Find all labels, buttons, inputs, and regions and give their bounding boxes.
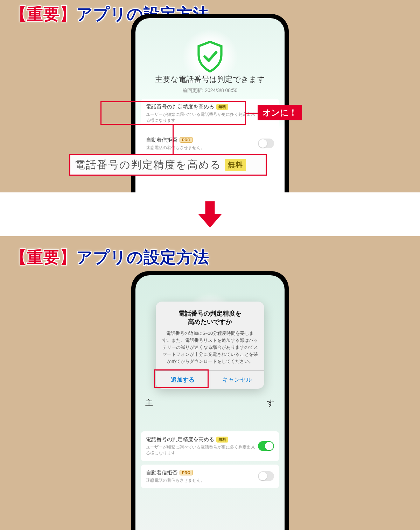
- heading-tag: 【重要】: [10, 248, 76, 266]
- callout-connector: [246, 113, 258, 114]
- setting-accuracy-title: 電話番号の判定精度を高める: [146, 104, 214, 110]
- zoom-highlight: 電話番号の判定精度を高める 無料: [69, 154, 267, 176]
- setting-row-autoblock[interactable]: 自動着信拒否 PRO 迷惑電話の着信もさせません。: [141, 465, 279, 488]
- status-title: 主要な電話番号は判定できます: [141, 74, 279, 85]
- arrow-down-icon: [194, 199, 226, 230]
- bg-text-left: 主: [145, 398, 153, 408]
- instruction-panel-after: 【重要】アプリの設定方法 主 す 電話番号の判定精度を 高めたいですか 電話番号…: [0, 236, 420, 530]
- callout-turn-on: オンに！: [258, 105, 302, 120]
- shield-check-icon: [196, 41, 224, 72]
- free-badge: 無料: [216, 104, 228, 110]
- setting-accuracy-desc: ユーザーが頻繁に調べている電話番号が更に多く判定出来る様になります: [146, 112, 258, 123]
- setting-autoblock-title: 自動着信拒否: [146, 469, 177, 476]
- autoblock-toggle[interactable]: [258, 139, 274, 148]
- zoom-free-badge: 無料: [225, 159, 246, 171]
- phone-screen: 主 す 電話番号の判定精度を 高めたいですか 電話番号の追加に5~10分程度時間…: [135, 275, 285, 530]
- phone-frame: 主 す 電話番号の判定精度を 高めたいですか 電話番号の追加に5~10分程度時間…: [131, 271, 289, 530]
- dialog-title: 電話番号の判定精度を 高めたいですか: [162, 309, 258, 326]
- pro-badge: PRO: [180, 137, 193, 143]
- setting-row-autoblock[interactable]: 自動着信拒否 PRO 迷惑電話の着信もさせません。: [141, 132, 279, 156]
- setting-accuracy-title: 電話番号の判定精度を高める: [146, 436, 214, 443]
- zoom-text: 電話番号の判定精度を高める: [75, 158, 222, 172]
- setting-accuracy-desc: ユーザーが頻繁に調べている電話番号が更に多く判定出来る様になります: [146, 444, 258, 456]
- pro-badge: PRO: [180, 470, 193, 475]
- instruction-panel-before: 【重要】アプリの設定方法 主要な電話番号は判定できます 前回更新: 2024/3…: [0, 0, 420, 192]
- heading-title: アプリの設定方法: [76, 248, 209, 266]
- heading-tag: 【重要】: [10, 5, 76, 23]
- setting-autoblock-desc: 迷惑電話の着信もさせません。: [146, 145, 258, 151]
- dialog-body: 電話番号の追加に5~10分程度時間を要します。また、電話番号リストを追加する際は…: [162, 330, 258, 365]
- setting-autoblock-desc: 迷惑電話の着信もさせません。: [146, 478, 258, 483]
- accuracy-toggle[interactable]: [258, 441, 274, 451]
- step-arrow: [0, 192, 420, 236]
- zoom-connector: [173, 125, 174, 154]
- confirm-button[interactable]: 追加する: [156, 371, 210, 389]
- cancel-button[interactable]: キャンセル: [210, 371, 265, 389]
- bg-text-right: す: [267, 398, 275, 408]
- confirm-dialog: 電話番号の判定精度を 高めたいですか 電話番号の追加に5~10分程度時間を要しま…: [156, 302, 264, 389]
- last-updated: 前回更新: 2024/3/8 08:50: [141, 87, 279, 94]
- free-badge: 無料: [216, 437, 228, 443]
- panel-heading: 【重要】アプリの設定方法: [10, 247, 209, 268]
- setting-row-accuracy[interactable]: 電話番号の判定精度を高める 無料 ユーザーが頻繁に調べている電話番号が更に多く判…: [141, 431, 279, 461]
- autoblock-toggle[interactable]: [258, 471, 274, 481]
